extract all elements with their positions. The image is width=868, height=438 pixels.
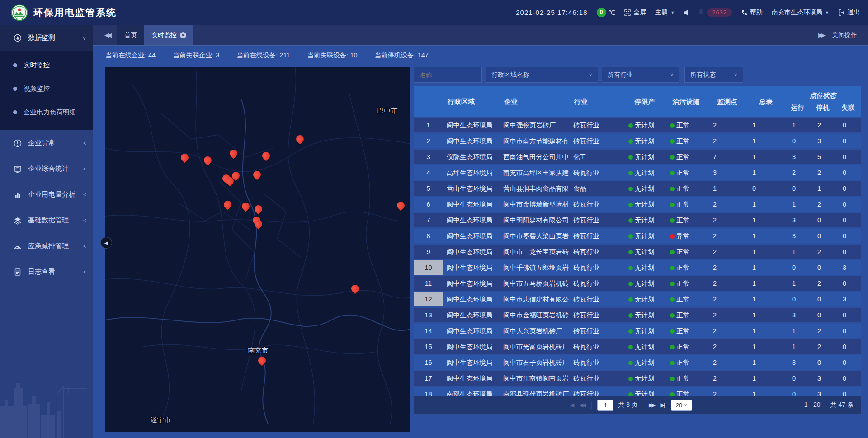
notifications[interactable]: 2632 bbox=[698, 8, 732, 17]
stats-bar: 当前在线企业:44当前失联企业:3当前在线设备:211当前失联设备:10当前停机… bbox=[93, 46, 868, 65]
sidebar-item-emergency-emission[interactable]: 应急减排管理< bbox=[0, 233, 93, 259]
tab-home[interactable]: 首页 bbox=[117, 25, 144, 45]
name-filter-input[interactable] bbox=[414, 67, 482, 83]
page-title: 环保用电监管系统 bbox=[33, 6, 117, 19]
table-cell: 4 bbox=[414, 165, 443, 180]
table-row[interactable]: 5营山生态环境局营山县润丰肉食品有限食品无计划正常10010 bbox=[414, 181, 861, 196]
col-facility: 治污设施 bbox=[665, 86, 708, 117]
first-page-icon[interactable]: |◀ bbox=[570, 402, 573, 408]
table-cell: 0 bbox=[835, 229, 861, 243]
table-row[interactable]: 18南部生态环境局南部县现代页岩机砖厂砖瓦行业无计划正常21030 bbox=[414, 387, 861, 396]
table-cell: 1 bbox=[785, 245, 810, 259]
sidebar-item-data-monitoring[interactable]: 数据监测∨ bbox=[0, 25, 93, 51]
table-row[interactable]: 14阆中生态环境局阆中大兴页岩机砖厂砖瓦行业无计划正常21120 bbox=[414, 324, 861, 338]
table-row[interactable]: 4高坪生态环境局南充市高坪区王家店建砖瓦行业无计划正常31220 bbox=[414, 165, 861, 180]
table-cell: 2 bbox=[708, 355, 747, 370]
tab-realtime-monitoring[interactable]: 实时监控 ✕ bbox=[144, 25, 193, 45]
table-cell: 0 bbox=[835, 118, 861, 132]
sidebar-item-base-data-management[interactable]: 基础数据管理< bbox=[0, 207, 93, 233]
industry-filter-select[interactable]: 所有行业∨ bbox=[602, 67, 679, 83]
org-menu[interactable]: 南充市生态环境局▼ bbox=[772, 9, 829, 17]
table-row[interactable]: 6阆中生态环境局阆中市金博瑞新型墙材砖瓦行业无计划正常21120 bbox=[414, 197, 861, 212]
table-cell: 0 bbox=[785, 371, 810, 386]
tabs-scroll-left-icon[interactable]: ◀◀ bbox=[104, 32, 110, 38]
table-cell: 2 bbox=[708, 371, 747, 386]
table-cell: 砖瓦行业 bbox=[570, 355, 625, 370]
table-cell: 阆中市南方节能建材有 bbox=[500, 134, 570, 148]
table-cell: 0 bbox=[835, 213, 861, 227]
sidebar-item-enterprise-exception[interactable]: 企业异常< bbox=[0, 130, 93, 156]
table-row[interactable]: 7阆中生态环境局阆中明阳建材有限公司砖瓦行业无计划正常21300 bbox=[414, 213, 861, 227]
table-cell: 0 bbox=[785, 387, 810, 396]
page-size-select[interactable]: 20∨ bbox=[671, 400, 692, 411]
stat-item: 当前停机设备:147 bbox=[375, 51, 429, 60]
table-row[interactable]: 17阆中生态环境局阆中市江南镇阆南页岩砖瓦行业无计划正常21030 bbox=[414, 371, 861, 386]
next-page-icon[interactable]: ▶▶ bbox=[649, 402, 654, 408]
table-header: 行政区域 企业 行业 停限产 治污设施 监测点 总表 点位状态 运行 停机 失联 bbox=[414, 86, 861, 117]
table-cell: 0 bbox=[835, 165, 861, 180]
map[interactable]: 巴中市南充市遂宁市 bbox=[105, 67, 410, 432]
table-row[interactable]: 11阆中生态环境局阆中市五马桥页岩机砖砖瓦行业无计划正常21120 bbox=[414, 276, 861, 291]
table-cell: 1 bbox=[747, 276, 785, 291]
table-cell: 2 bbox=[810, 324, 835, 338]
table-cell: 1 bbox=[785, 324, 810, 338]
table-row[interactable]: 10阆中生态环境局阆中千佛镇五郎垭页岩砖瓦行业无计划正常21003 bbox=[414, 260, 861, 275]
stat-item: 当前在线企业:44 bbox=[105, 51, 156, 60]
status-filter-select[interactable]: 所有状态∨ bbox=[684, 67, 743, 83]
col-run: 运行 bbox=[785, 101, 810, 117]
table-cell: 7 bbox=[708, 150, 747, 164]
table-cell: 17 bbox=[414, 371, 443, 386]
sidebar-item-realtime-monitoring[interactable]: 实时监控 bbox=[0, 53, 93, 77]
table-row[interactable]: 3仪陇生态环境局西南油气田分公司川中化工无计划正常71350 bbox=[414, 150, 861, 164]
table-cell: 7 bbox=[414, 213, 443, 227]
sidebar-item-enterprise-statistics[interactable]: 企业综合统计< bbox=[0, 156, 93, 182]
page-input[interactable] bbox=[597, 400, 613, 411]
col-group-point-status: 点位状态 bbox=[785, 86, 861, 101]
col-points: 监测点 bbox=[708, 86, 747, 117]
table-row[interactable]: 9阆中生态环境局阆中市二龙长宝页岩砖砖瓦行业无计划正常21120 bbox=[414, 245, 861, 259]
col-meters: 总表 bbox=[747, 86, 785, 117]
theme-button[interactable]: 主题▼ bbox=[655, 9, 675, 17]
help-button[interactable]: 帮助 bbox=[741, 9, 763, 17]
tab-close-icon[interactable]: ✕ bbox=[180, 32, 186, 38]
sidebar-item-power-usage-analysis[interactable]: 企业用电量分析< bbox=[0, 182, 93, 207]
last-page-icon[interactable]: ▶| bbox=[661, 402, 664, 408]
fullscreen-button[interactable]: 全屏 bbox=[624, 9, 646, 17]
sidebar-item-log-view[interactable]: 日志查看< bbox=[0, 259, 93, 285]
table-row[interactable]: 8阆中生态环境局阆中市枣碧大梁山页岩砖瓦行业无计划异常21300 bbox=[414, 229, 861, 243]
table-cell: 1 bbox=[747, 260, 785, 275]
table-cell: 2 bbox=[810, 165, 835, 180]
gauge-icon bbox=[14, 34, 22, 42]
table-cell: 3 bbox=[785, 150, 810, 164]
sidebar-item-power-load-detail[interactable]: 企业电力负荷明细 bbox=[0, 100, 93, 124]
table-row[interactable]: 16阆中生态环境局阆中市石子页岩机砖厂砖瓦行业无计划正常21300 bbox=[414, 355, 861, 370]
table-cell: 正常 bbox=[665, 181, 708, 196]
chevron-collapsed-icon: < bbox=[83, 243, 86, 250]
close-operations-button[interactable]: 关闭操作 bbox=[832, 31, 857, 39]
tabs-scroll-right-icon[interactable]: ▶▶ bbox=[818, 32, 824, 38]
table-row[interactable]: 2阆中生态环境局阆中市南方节能建材有砖瓦行业无计划正常21030 bbox=[414, 134, 861, 148]
mute-button[interactable] bbox=[684, 9, 689, 16]
table-row[interactable]: 12阆中生态环境局阆中市忠信建材有限公砖瓦行业无计划正常21003 bbox=[414, 292, 861, 306]
region-filter-select[interactable]: 行政区域名称∨ bbox=[486, 67, 598, 83]
sidebar-item-video-monitoring[interactable]: 视频监控 bbox=[0, 77, 93, 100]
phone-icon bbox=[741, 9, 747, 16]
table-cell: 3 bbox=[785, 229, 810, 243]
table-row[interactable]: 1阆中生态环境局阆中强锐页岩砖厂砖瓦行业无计划正常21120 bbox=[414, 118, 861, 132]
table-cell: 1 bbox=[747, 339, 785, 354]
table-row[interactable]: 15阆中生态环境局阆中市光富页岩机砖厂砖瓦行业无计划正常21120 bbox=[414, 339, 861, 354]
table-cell: 无计划 bbox=[625, 339, 665, 354]
col-index bbox=[414, 86, 443, 117]
table-cell: 阆中生态环境局 bbox=[443, 197, 500, 212]
table-cell: 0 bbox=[810, 213, 835, 227]
map-city-label: 南充市 bbox=[248, 346, 269, 355]
table-row[interactable]: 13阆中生态环境局阆中市金福旺页岩机砖砖瓦行业无计划正常21300 bbox=[414, 308, 861, 322]
table-cell: 无计划 bbox=[625, 371, 665, 386]
table-cell: 砖瓦行业 bbox=[570, 292, 625, 306]
sidebar-collapse-button[interactable]: ◀ bbox=[100, 237, 112, 249]
logout-button[interactable]: 退出 bbox=[838, 9, 860, 17]
table-cell: 食品 bbox=[570, 181, 625, 196]
table-cell: 1 bbox=[747, 197, 785, 212]
stat-item: 当前失联企业:3 bbox=[173, 51, 219, 60]
prev-page-icon[interactable]: ◀◀ bbox=[579, 402, 585, 408]
